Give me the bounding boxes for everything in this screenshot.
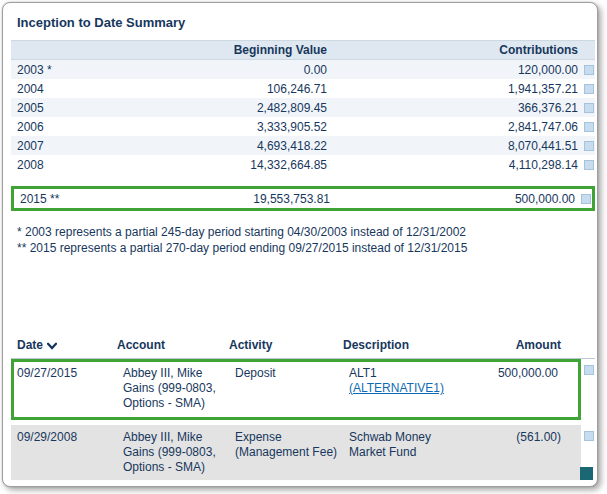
scrollbar-marker[interactable] xyxy=(584,160,594,170)
table-row[interactable]: 2008 14,332,664.85 4,110,298.14 xyxy=(11,155,595,174)
column-header-date[interactable]: Date xyxy=(11,338,117,352)
scrollbar-marker[interactable] xyxy=(584,103,594,113)
page-title: Inception to Date Summary xyxy=(17,15,597,30)
contributions-cell: 1,941,357.21 xyxy=(327,82,581,96)
transaction-row-highlighted[interactable]: 09/27/2015 Abbey III, Mike Gains (999-08… xyxy=(11,359,595,420)
table-row[interactable]: 2003 * 0.00 120,000.00 xyxy=(11,60,595,79)
table-row-highlighted[interactable]: 2015 ** 19,553,753.81 500,000.00 xyxy=(11,186,595,211)
column-header-activity[interactable]: Activity xyxy=(229,338,343,352)
scrollbar-track[interactable] xyxy=(581,155,595,174)
scrollbar-track[interactable] xyxy=(581,136,595,155)
year-cell: 2007 xyxy=(11,139,141,153)
table-row[interactable]: 2005 2,482,809.45 366,376.21 xyxy=(11,98,595,117)
beginning-value-cell: 3,333,905.52 xyxy=(141,120,327,134)
security-name: ALT1 xyxy=(349,366,463,381)
table-row[interactable]: 2004 106,246.71 1,941,357.21 xyxy=(11,79,595,98)
report-panel: Inception to Date Summary Beginning Valu… xyxy=(2,2,598,487)
scrollbar-track xyxy=(581,338,595,352)
collapsed-rows-gap xyxy=(11,174,595,186)
description-cell: Schwab Money Market Fund xyxy=(349,430,469,475)
transactions-table: Date Account Activity Description Amount… xyxy=(11,336,595,480)
activity-cell: Expense (Management Fee) xyxy=(235,430,349,475)
transaction-row-cells: 09/29/2008 Abbey III, Mike Gains (999-08… xyxy=(11,425,581,480)
year-cell: 2004 xyxy=(11,82,141,96)
description-cell: ALT1 (ALTERNATIVE1) xyxy=(349,366,469,411)
account-cell: Abbey III, Mike Gains (999-0803, Options… xyxy=(123,430,235,475)
column-header-contributions: Contributions xyxy=(327,43,581,57)
activity-cell: Deposit xyxy=(235,366,349,411)
year-cell: 2005 xyxy=(11,101,141,115)
account-cell: Abbey III, Mike Gains (999-0803, Options… xyxy=(123,366,235,411)
scrollbar-track xyxy=(581,41,595,59)
year-cell: 2003 * xyxy=(11,63,141,77)
scrollbar-track[interactable] xyxy=(581,98,595,117)
column-header-amount[interactable]: Amount xyxy=(463,338,581,352)
footnote-2015: ** 2015 represents a partial 270-day per… xyxy=(17,240,597,256)
scrollbar-track[interactable] xyxy=(581,359,595,420)
contributions-cell: 500,000.00 xyxy=(330,192,578,206)
transactions-table-header: Date Account Activity Description Amount xyxy=(11,336,595,359)
footnotes: * 2003 represents a partial 245-day peri… xyxy=(17,224,597,256)
scrollbar-marker[interactable] xyxy=(581,194,591,204)
column-header-account[interactable]: Account xyxy=(117,338,229,352)
transaction-row-cells: 09/27/2015 Abbey III, Mike Gains (999-08… xyxy=(11,359,581,420)
contributions-cell: 4,110,298.14 xyxy=(327,158,581,172)
contributions-cell: 2,841,747.06 xyxy=(327,120,581,134)
scrollbar-track[interactable] xyxy=(581,117,595,136)
scrollbar-marker[interactable] xyxy=(584,431,594,441)
column-header-date-label: Date xyxy=(17,338,43,352)
transaction-row[interactable]: 09/29/2008 Abbey III, Mike Gains (999-08… xyxy=(11,425,595,480)
summary-table-header: Beginning Value Contributions xyxy=(11,40,595,60)
year-cell: 2006 xyxy=(11,120,141,134)
beginning-value-cell: 14,332,664.85 xyxy=(141,158,327,172)
year-cell: 2008 xyxy=(11,158,141,172)
scrollbar-marker[interactable] xyxy=(584,365,594,375)
beginning-value-cell: 2,482,809.45 xyxy=(141,101,327,115)
contributions-cell: 8,070,441.51 xyxy=(327,139,581,153)
contributions-cell: 120,000.00 xyxy=(327,63,581,77)
year-cell: 2015 ** xyxy=(14,192,144,206)
date-cell: 09/27/2015 xyxy=(17,366,123,411)
beginning-value-cell: 0.00 xyxy=(141,63,327,77)
amount-cell: 500,000.00 xyxy=(469,366,578,411)
security-link[interactable]: (ALTERNATIVE1) xyxy=(349,381,444,395)
beginning-value-cell: 106,246.71 xyxy=(141,82,327,96)
scrollbar-marker[interactable] xyxy=(584,84,594,94)
table-row[interactable]: 2007 4,693,418.22 8,070,441.51 xyxy=(11,136,595,155)
amount-cell: (561.00) xyxy=(469,430,581,475)
column-header-description[interactable]: Description xyxy=(343,338,463,352)
scrollbar-marker[interactable] xyxy=(584,65,594,75)
scrollbar-track[interactable] xyxy=(581,79,595,98)
summary-table: Beginning Value Contributions 2003 * 0.0… xyxy=(11,40,595,211)
date-cell: 09/29/2008 xyxy=(17,430,123,475)
scrollbar-corner[interactable] xyxy=(580,467,593,480)
scrollbar-track[interactable] xyxy=(581,60,595,79)
contributions-cell: 366,376.21 xyxy=(327,101,581,115)
beginning-value-cell: 4,693,418.22 xyxy=(141,139,327,153)
footnote-2003: * 2003 represents a partial 245-day peri… xyxy=(17,224,597,240)
sort-descending-icon xyxy=(47,342,57,350)
scrollbar-track[interactable] xyxy=(578,189,592,208)
table-row[interactable]: 2006 3,333,905.52 2,841,747.06 xyxy=(11,117,595,136)
scrollbar-marker[interactable] xyxy=(584,141,594,151)
scrollbar-marker[interactable] xyxy=(584,122,594,132)
column-header-beginning-value: Beginning Value xyxy=(141,43,327,57)
beginning-value-cell: 19,553,753.81 xyxy=(144,192,330,206)
